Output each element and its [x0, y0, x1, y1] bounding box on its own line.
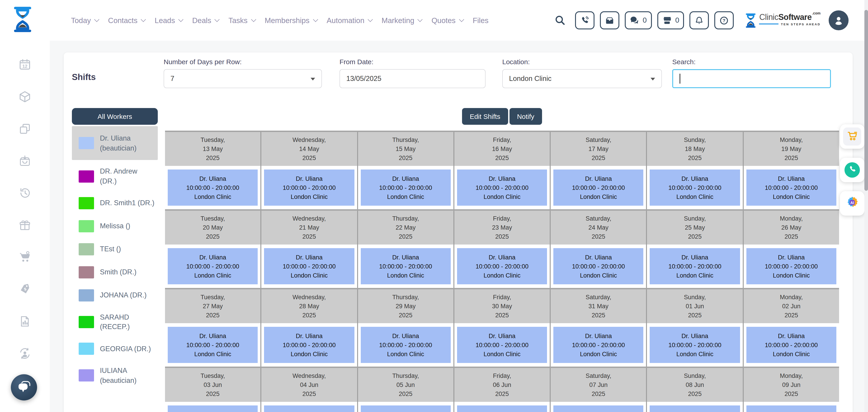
from-date-input[interactable]: 13/05/2025 — [340, 69, 486, 88]
search-input[interactable] — [672, 69, 831, 88]
worker-row[interactable]: Dr. Uliana (beautician) — [72, 126, 158, 160]
day-cell: Dr. Uliana10:00:00 - 20:00:00London Clin… — [165, 323, 260, 367]
nav-item-label: Tasks — [228, 16, 248, 25]
shift-card[interactable]: Dr. Uliana10:00:00 - 20:00:00London Clin… — [457, 169, 547, 205]
shift-card[interactable]: Dr. Uliana10:00:00 - 20:00:00London Clin… — [457, 248, 547, 284]
chat-launcher[interactable] — [11, 374, 37, 401]
sidebar-icon-button[interactable] — [18, 251, 32, 265]
shift-card[interactable]: Dr. Uliana10:00:00 - 20:00:00London Clin… — [264, 406, 354, 412]
worker-color-swatch — [79, 316, 94, 328]
worker-row[interactable]: IULIANA (beautician) — [72, 361, 158, 390]
shift-card[interactable]: Dr. Uliana10:00:00 - 20:00:00London Clin… — [746, 327, 836, 363]
shift-card[interactable]: Dr. Uliana10:00:00 - 20:00:00London Clin… — [650, 169, 740, 205]
worker-row[interactable]: DR. Smith1 (DR.) — [72, 193, 158, 214]
phone-button[interactable] — [575, 11, 594, 29]
worker-row[interactable]: Smith (DR.) — [72, 262, 158, 283]
edit-shifts-button[interactable]: Edit Shifts — [462, 108, 508, 125]
shift-card[interactable]: Dr. Uliana10:00:00 - 20:00:00London Clin… — [264, 248, 354, 284]
shift-card[interactable]: Dr. Uliana10:00:00 - 20:00:00London Clin… — [650, 327, 740, 363]
sidebar-icon-button[interactable] — [18, 348, 32, 361]
nav-item[interactable]: Tasks — [228, 16, 255, 25]
user-avatar[interactable] — [829, 10, 848, 30]
worker-name: SARAHD (RECEP.) — [100, 312, 155, 332]
all-workers-button[interactable]: All Workers — [72, 108, 158, 125]
help-button[interactable]: ? — [715, 11, 734, 29]
shift-card[interactable]: Dr. Uliana10:00:00 - 20:00:00London Clin… — [553, 406, 644, 412]
shift-card[interactable]: Dr. Uliana10:00:00 - 20:00:00London Clin… — [746, 169, 836, 205]
chat-button[interactable]: 0 — [625, 11, 652, 29]
floating-action-card[interactable] — [840, 158, 864, 182]
sidebar-icon-button[interactable]: $ — [18, 283, 32, 297]
day-header: Friday,30 May2025 — [454, 289, 550, 323]
nav-item[interactable]: Memberships — [265, 16, 317, 25]
nav-item[interactable]: Contacts — [108, 16, 145, 25]
shift-card[interactable]: Dr. Uliana10:00:00 - 20:00:00London Clin… — [746, 406, 836, 412]
nav-item[interactable]: Today — [71, 16, 98, 25]
help-icon: ? — [719, 15, 729, 25]
floating-action-card[interactable] — [840, 124, 864, 149]
sidebar-icon-button[interactable] — [18, 316, 32, 329]
sidebar-icon-button[interactable] — [18, 155, 32, 168]
shift-card[interactable]: Dr. Uliana10:00:00 - 20:00:00London Clin… — [553, 248, 644, 284]
inbox-button[interactable] — [600, 11, 619, 29]
location-select[interactable]: London Clinic — [502, 69, 662, 88]
shift-card[interactable]: Dr. Uliana10:00:00 - 20:00:00London Clin… — [553, 327, 644, 363]
sidebar-icon-button[interactable] — [18, 187, 32, 201]
shift-card[interactable]: Dr. Uliana10:00:00 - 20:00:00London Clin… — [264, 169, 354, 205]
nav-item[interactable]: Leads — [155, 16, 183, 25]
shift-card[interactable]: Dr. Uliana10:00:00 - 20:00:00London Clin… — [168, 169, 258, 205]
left-icon-sidebar: 12 $ — [0, 41, 50, 412]
top-navigation-bar: Today Contacts Leads Deals — [0, 0, 868, 41]
sidebar-icon-button[interactable] — [18, 123, 32, 136]
days-per-row-select[interactable]: 7 — [164, 69, 322, 88]
shift-card[interactable]: Dr. Uliana10:00:00 - 20:00:00London Clin… — [650, 248, 740, 284]
shift-card[interactable]: Dr. Uliana10:00:00 - 20:00:00London Clin… — [168, 406, 258, 412]
day-header: Wednesday,21 May2025 — [261, 211, 357, 245]
worker-name: IULIANA (beautician) — [100, 366, 155, 385]
search-icon[interactable] — [554, 14, 566, 26]
notifications-button[interactable] — [690, 11, 709, 29]
shift-card[interactable]: Dr. Uliana10:00:00 - 20:00:00London Clin… — [264, 327, 354, 363]
shift-card[interactable]: Dr. Uliana10:00:00 - 20:00:00London Clin… — [746, 248, 836, 284]
select-caret-icon — [651, 78, 655, 81]
worker-row[interactable]: TEst () — [72, 239, 158, 260]
shift-card[interactable]: Dr. Uliana10:00:00 - 20:00:00London Clin… — [361, 327, 451, 363]
user-sync-icon — [19, 347, 31, 361]
notify-button[interactable]: Notify — [509, 108, 542, 125]
shift-card[interactable]: Dr. Uliana10:00:00 - 20:00:00London Clin… — [650, 406, 740, 412]
worker-row[interactable]: DR. Andrew (DR.) — [72, 162, 158, 191]
shift-card[interactable]: Dr. Uliana10:00:00 - 20:00:00London Clin… — [168, 327, 258, 363]
shift-card[interactable]: Dr. Uliana10:00:00 - 20:00:00London Clin… — [457, 406, 547, 412]
sidebar-icon-button[interactable]: 12 — [18, 59, 32, 72]
worker-row[interactable]: JOHANA (DR.) — [72, 285, 158, 306]
shift-card[interactable]: Dr. Uliana10:00:00 - 20:00:00London Clin… — [457, 327, 547, 363]
shift-card[interactable]: Dr. Uliana10:00:00 - 20:00:00London Clin… — [168, 248, 258, 284]
nav-item[interactable]: Deals — [192, 16, 219, 25]
worker-row[interactable]: GEORGIA (DR.) — [72, 338, 158, 359]
report-icon — [19, 315, 31, 329]
worker-color-swatch — [79, 170, 94, 182]
store-button[interactable]: 0 — [657, 11, 684, 29]
shift-card[interactable]: Dr. Uliana10:00:00 - 20:00:00London Clin… — [361, 406, 451, 412]
sidebar-icon-button[interactable] — [18, 219, 32, 233]
worker-row[interactable]: SARAHD (RECEP.) — [72, 308, 158, 337]
shift-card[interactable]: Dr. Uliana10:00:00 - 20:00:00London Clin… — [361, 248, 451, 284]
shift-card[interactable]: Dr. Uliana10:00:00 - 20:00:00London Clin… — [361, 169, 451, 205]
floating-action-card[interactable]: AI — [840, 191, 864, 216]
day-cell: Dr. Uliana10:00:00 - 20:00:00London Clin… — [261, 245, 357, 288]
hourglass-logo-icon[interactable] — [12, 6, 33, 33]
sidebar-icon-button[interactable] — [18, 91, 32, 104]
day-cell: Dr. Uliana10:00:00 - 20:00:00London Clin… — [647, 323, 743, 367]
nav-item[interactable]: Marketing — [381, 16, 422, 25]
worker-row[interactable]: Melissa () — [72, 216, 158, 237]
search-label: Search: — [672, 58, 831, 66]
nav-item[interactable]: Files — [473, 16, 489, 25]
history-icon — [19, 187, 31, 201]
shift-card[interactable]: Dr. Uliana10:00:00 - 20:00:00London Clin… — [553, 169, 644, 205]
nav-item[interactable]: Quotes — [432, 16, 463, 25]
scrollbar-thumb[interactable] — [864, 10, 868, 191]
shifts-panel: Shifts Number of Days per Row: 7 From Da… — [64, 53, 852, 412]
nav-item[interactable]: Automation — [327, 16, 372, 25]
day-header: Tuesday,03 Jun2025 — [165, 368, 260, 402]
worker-color-swatch — [79, 243, 94, 255]
